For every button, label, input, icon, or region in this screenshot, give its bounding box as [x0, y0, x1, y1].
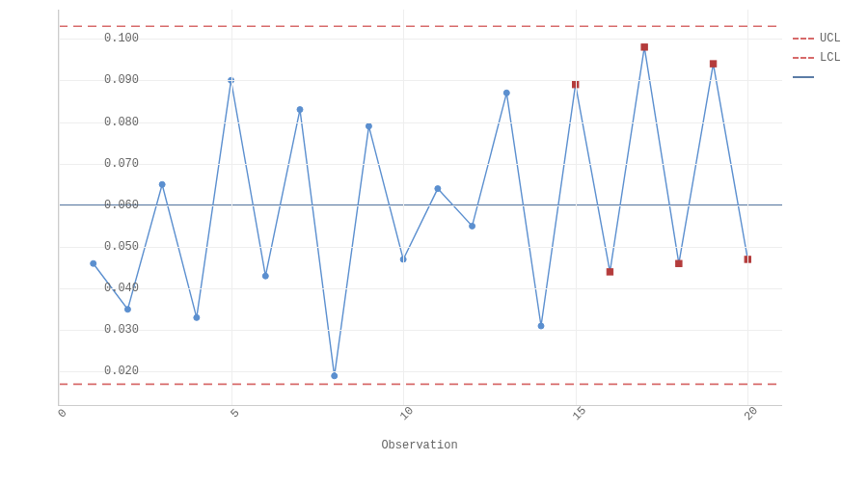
data-point [159, 181, 165, 187]
gridline-h [59, 330, 782, 331]
chart-svg [59, 10, 782, 405]
xtick-label: 15 [570, 404, 589, 423]
data-point-flagged [641, 44, 647, 50]
data-point-flagged [607, 269, 612, 275]
data-point [503, 90, 509, 95]
ytick-label: 0.050 [62, 240, 139, 254]
data-point [91, 260, 96, 266]
gridline-v [59, 10, 60, 405]
gridline-h [59, 371, 782, 372]
data-point [332, 373, 338, 379]
gridline-v [747, 10, 748, 405]
xtick-label: 20 [742, 404, 761, 423]
legend-label-lcl: LCL [820, 51, 841, 65]
data-series-line [94, 47, 748, 376]
gridline-h [59, 164, 782, 165]
ytick-label: 0.100 [62, 32, 139, 45]
plot-area [58, 10, 782, 406]
xtick-label: 5 [228, 406, 242, 420]
ytick-label: 0.030 [62, 323, 139, 337]
data-point [435, 186, 441, 192]
xtick-label: 10 [397, 404, 417, 423]
gridline-h [59, 205, 782, 206]
gridline-v [231, 10, 232, 405]
ytick-label: 0.080 [62, 116, 139, 129]
gridline-h [59, 80, 782, 81]
data-point [297, 107, 303, 113]
legend-swatch-ucl [793, 38, 814, 40]
data-point-flagged [710, 61, 716, 67]
gridline-h [59, 247, 782, 248]
data-point [194, 314, 200, 320]
data-point [538, 323, 544, 329]
ytick-label: 0.070 [62, 157, 139, 171]
legend: UCL LCL [793, 29, 860, 87]
data-point [470, 223, 475, 229]
legend-swatch-cl [793, 76, 814, 78]
xtick-label: 0 [55, 406, 69, 420]
legend-item-ucl: UCL [793, 29, 860, 48]
legend-item-lcl: LCL [793, 48, 860, 68]
ytick-label: 0.090 [62, 73, 139, 87]
x-axis-label: Observation [58, 439, 781, 452]
ytick-label: 0.020 [62, 365, 139, 378]
gridline-v [403, 10, 404, 405]
legend-item-cl [793, 68, 860, 87]
gridline-v [576, 10, 577, 405]
legend-label-ucl: UCL [820, 32, 841, 45]
gridline-h [59, 122, 782, 123]
ytick-label: 0.060 [62, 199, 139, 212]
data-point-flagged [676, 260, 682, 266]
data-point [366, 123, 371, 129]
data-point [124, 307, 130, 312]
ytick-label: 0.040 [62, 282, 139, 295]
gridline-h [59, 288, 782, 289]
legend-swatch-lcl [793, 57, 814, 59]
chart-container: { "chart_data": { "type": "line", "xlabe… [0, 0, 868, 488]
gridline-h [59, 39, 782, 40]
data-point [262, 273, 268, 279]
